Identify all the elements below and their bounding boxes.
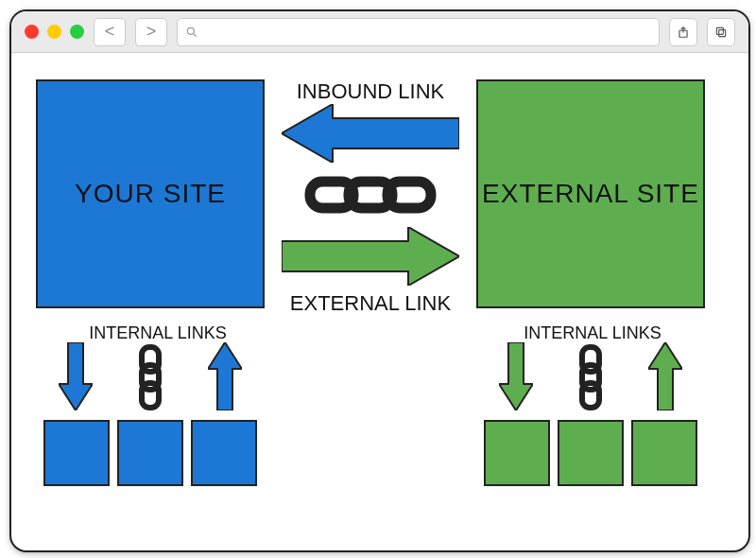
zoom-icon[interactable]	[70, 25, 84, 39]
svg-rect-18	[582, 383, 599, 408]
browser-window: < > YOUR SITE EXTERNAL SITE INBOUND LINK…	[9, 9, 750, 552]
tabs-button[interactable]	[707, 18, 735, 46]
titlebar: < >	[11, 11, 748, 53]
svg-marker-14	[208, 342, 242, 410]
svg-rect-3	[716, 27, 723, 34]
external-link-label: EXTERNAL LINK	[276, 291, 465, 316]
left-up-arrow-icon	[208, 342, 242, 410]
search-icon	[185, 26, 198, 39]
right-sub-box-3	[631, 420, 697, 486]
chevron-left-icon: <	[105, 22, 115, 42]
your-site-box: YOUR SITE	[36, 79, 265, 308]
forward-button[interactable]: >	[135, 18, 167, 46]
right-chain-icon	[576, 344, 605, 410]
tabs-icon	[714, 26, 728, 39]
minimize-icon[interactable]	[47, 25, 61, 39]
right-internal-links-label: INTERNAL LINKS	[522, 323, 663, 343]
your-site-label: YOUR SITE	[75, 179, 226, 209]
chevron-right-icon: >	[146, 22, 157, 42]
left-internal-links-label: INTERNAL LINKS	[87, 323, 229, 343]
left-down-arrow-icon	[59, 342, 93, 410]
svg-line-1	[194, 33, 197, 36]
share-icon	[677, 26, 690, 39]
left-sub-box-2	[117, 420, 183, 486]
svg-point-0	[187, 27, 194, 34]
svg-rect-4	[719, 29, 726, 36]
address-bar[interactable]	[177, 18, 660, 46]
right-sub-box-2	[558, 420, 624, 486]
svg-marker-19	[648, 342, 682, 410]
svg-rect-13	[142, 383, 159, 408]
left-sub-box-3	[191, 420, 257, 486]
external-site-box: EXTERNAL SITE	[476, 79, 705, 308]
svg-marker-9	[282, 227, 459, 286]
share-button[interactable]	[669, 18, 697, 46]
traffic-lights	[25, 25, 84, 39]
right-sub-box-1	[484, 420, 550, 486]
close-icon[interactable]	[25, 25, 39, 39]
chain-icon	[304, 172, 437, 218]
back-button[interactable]: <	[94, 18, 126, 46]
right-down-arrow-icon	[499, 342, 533, 410]
left-chain-icon	[136, 344, 164, 410]
svg-marker-15	[499, 342, 533, 410]
inbound-link-label: INBOUND LINK	[276, 79, 465, 104]
diagram-canvas: YOUR SITE EXTERNAL SITE INBOUND LINK EXT…	[11, 53, 748, 550]
external-site-label: EXTERNAL SITE	[482, 179, 699, 209]
svg-marker-5	[282, 104, 459, 163]
external-arrow-icon	[282, 227, 459, 286]
inbound-arrow-icon	[282, 104, 459, 163]
left-sub-box-1	[43, 420, 110, 486]
svg-marker-10	[59, 342, 93, 410]
right-up-arrow-icon	[648, 342, 682, 410]
